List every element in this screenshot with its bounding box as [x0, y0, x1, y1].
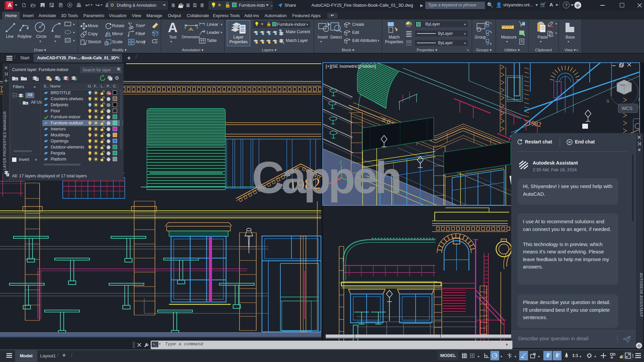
svg-text:WCS: WCS	[622, 106, 633, 111]
svg-text:S: S	[606, 99, 609, 104]
svg-text:E: E	[638, 97, 640, 102]
svg-text:[+][SE Isometric][Hidden]: [+][SE Isometric][Hidden]	[326, 64, 376, 69]
svg-text:TOP: TOP	[620, 83, 626, 86]
